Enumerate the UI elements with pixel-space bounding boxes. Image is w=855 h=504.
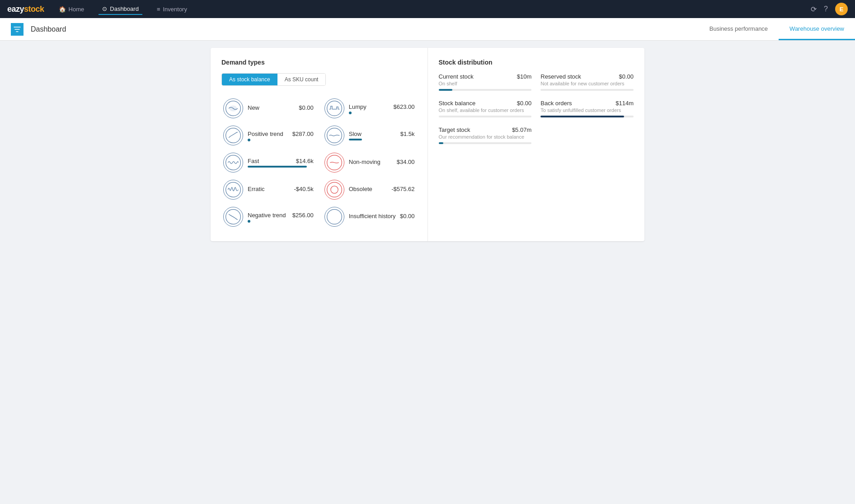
stock-bar-fill-target-stock xyxy=(439,142,443,144)
tab-warehouse-overview[interactable]: Warehouse overview xyxy=(779,18,855,40)
demand-name-slow: Slow xyxy=(349,131,362,137)
stock-amount-back-orders: $114m xyxy=(615,100,634,107)
toggle-sku-count[interactable]: As SKU count xyxy=(277,74,326,85)
demand-name-obsolete: Obsolete xyxy=(349,186,372,192)
stock-bar-fill-current-stock xyxy=(439,89,453,91)
stock-distribution-title: Stock distribution xyxy=(439,59,634,66)
svg-point-2 xyxy=(226,128,241,143)
logo-eazy: eazy xyxy=(7,5,24,14)
nav-home[interactable]: 🏠 Home xyxy=(55,4,88,14)
demand-item-new[interactable]: New $0.00 xyxy=(221,95,315,122)
demand-info-insufficient-history: Insufficient history $0.00 xyxy=(349,213,415,221)
demand-item-erratic[interactable]: Erratic -$40.5k xyxy=(221,176,315,203)
demand-info-lumpy: Lumpy $623.00 xyxy=(349,103,415,113)
demand-info-fast: Fast $14.6k xyxy=(248,158,314,168)
user-avatar[interactable]: E xyxy=(835,3,848,15)
stock-sub-target-stock: Our recommendation for stock balance xyxy=(439,134,532,140)
demand-name-erratic: Erratic xyxy=(248,186,265,192)
demand-value-obsolete: -$575.62 xyxy=(391,186,414,192)
demand-name-negative-trend: Negative trend xyxy=(248,212,286,219)
nav-dashboard[interactable]: ⊙ Dashboard xyxy=(99,4,142,15)
demand-item-lumpy[interactable]: Lumpy $623.00 xyxy=(323,95,417,122)
page-title: Dashboard xyxy=(31,25,66,33)
demand-bar-positive-trend xyxy=(248,139,250,141)
inventory-icon: ≡ xyxy=(157,6,160,13)
demand-value-fast: $14.6k xyxy=(296,158,314,164)
stock-sub-back-orders: To satisfy unfulfilled customer orders xyxy=(540,107,634,113)
tab-area: Business performance Warehouse overview xyxy=(699,18,855,40)
stock-amount-current-stock: $10m xyxy=(517,73,532,80)
demand-info-positive-trend: Positive trend $287.00 xyxy=(248,131,314,140)
demand-icon-obsolete xyxy=(324,180,344,200)
stock-bar-track-current-stock xyxy=(439,89,532,91)
demand-icon-erratic xyxy=(223,180,243,200)
stock-item-back-orders[interactable]: Back orders $114m To satisfy unfulfilled… xyxy=(540,100,634,117)
main-content: Demand types As stock balance As SKU cou… xyxy=(0,41,855,248)
home-icon: 🏠 xyxy=(59,6,66,13)
demand-name-fast: Fast xyxy=(248,158,259,164)
sync-icon[interactable]: ⟳ xyxy=(811,5,817,14)
help-icon[interactable]: ? xyxy=(824,5,828,13)
demand-item-negative-trend[interactable]: Negative trend $256.00 xyxy=(221,203,315,230)
stock-item-reserved-stock[interactable]: Reserved stock $0.00 Not available for n… xyxy=(540,73,634,91)
demand-icon-lumpy xyxy=(324,98,344,118)
nav-inventory[interactable]: ≡ Inventory xyxy=(153,4,191,14)
demand-value-new: $0.00 xyxy=(299,104,314,111)
demand-item-non-moving[interactable]: Non-moving $34.00 xyxy=(323,149,417,176)
demand-value-non-moving: $34.00 xyxy=(397,159,415,165)
main-panel: Demand types As stock balance As SKU cou… xyxy=(211,48,644,241)
nav-inventory-label: Inventory xyxy=(163,6,187,13)
demand-item-fast[interactable]: Fast $14.6k xyxy=(221,149,315,176)
stock-label-stock-balance: Stock balance xyxy=(439,100,476,107)
demand-icon-fast xyxy=(223,153,243,173)
tab-warehouse-overview-label: Warehouse overview xyxy=(789,25,844,32)
demand-column-right: Lumpy $623.00 xyxy=(323,95,417,230)
demand-bar-fast xyxy=(248,166,307,168)
demand-bar-lumpy xyxy=(349,112,352,114)
demand-types-title: Demand types xyxy=(221,59,417,66)
demand-info-obsolete: Obsolete -$575.62 xyxy=(349,186,415,194)
stock-label-target-stock: Target stock xyxy=(439,126,470,133)
demand-value-insufficient-history: $0.00 xyxy=(400,213,415,219)
demand-name-insufficient-history: Insufficient history xyxy=(349,213,396,219)
sub-header: Dashboard Business performance Warehouse… xyxy=(0,18,855,41)
demand-value-slow: $1.5k xyxy=(400,131,415,137)
top-navigation: eazystock 🏠 Home ⊙ Dashboard ≡ Inventory… xyxy=(0,0,855,18)
demand-types-section: Demand types As stock balance As SKU cou… xyxy=(211,48,428,241)
demand-bar-negative-trend xyxy=(248,220,250,223)
nav-dashboard-label: Dashboard xyxy=(110,5,139,12)
demand-icon-positive-trend xyxy=(223,126,243,145)
stock-label-current-stock: Current stock xyxy=(439,73,474,80)
stock-item-current-stock[interactable]: Current stock $10m On shelf xyxy=(439,73,532,91)
nav-home-label: Home xyxy=(69,6,85,13)
stock-amount-target-stock: $5.07m xyxy=(512,126,531,133)
demand-value-negative-trend: $256.00 xyxy=(292,212,314,219)
stock-sub-reserved-stock: Not available for new customer orders xyxy=(540,81,634,86)
stock-distribution-grid: Current stock $10m On shelf Reserved sto… xyxy=(439,73,634,144)
demand-item-positive-trend[interactable]: Positive trend $287.00 xyxy=(221,122,315,149)
demand-column-left: New $0.00 xyxy=(221,95,315,230)
toggle-stock-balance[interactable]: As stock balance xyxy=(222,74,277,85)
stock-item-stock-balance[interactable]: Stock balance $0.00 On shelf, available … xyxy=(439,100,532,117)
stock-sub-current-stock: On shelf xyxy=(439,81,532,86)
stock-label-reserved-stock: Reserved stock xyxy=(540,73,581,80)
demand-icon-non-moving xyxy=(324,153,344,173)
demand-item-slow[interactable]: Slow $1.5k xyxy=(323,122,417,149)
demand-info-new: New $0.00 xyxy=(248,104,314,112)
demand-item-obsolete[interactable]: Obsolete -$575.62 xyxy=(323,176,417,203)
demand-item-insufficient-history[interactable]: Insufficient history $0.00 xyxy=(323,203,417,230)
app-logo[interactable]: eazystock xyxy=(7,5,44,14)
filter-icon[interactable] xyxy=(11,23,23,36)
stock-bar-track-target-stock xyxy=(439,142,532,144)
logo-stock: stock xyxy=(24,5,44,14)
demand-value-positive-trend: $287.00 xyxy=(292,131,314,137)
demand-info-non-moving: Non-moving $34.00 xyxy=(349,159,415,167)
demand-value-erratic: -$40.5k xyxy=(294,186,313,192)
demand-name-positive-trend: Positive trend xyxy=(248,131,283,137)
demand-grid: New $0.00 xyxy=(221,95,417,230)
demand-icon-new xyxy=(223,98,243,118)
tab-business-performance[interactable]: Business performance xyxy=(699,18,779,40)
dashboard-icon: ⊙ xyxy=(102,5,107,12)
stock-amount-stock-balance: $0.00 xyxy=(517,100,532,107)
stock-item-target-stock[interactable]: Target stock $5.07m Our recommendation f… xyxy=(439,126,532,144)
